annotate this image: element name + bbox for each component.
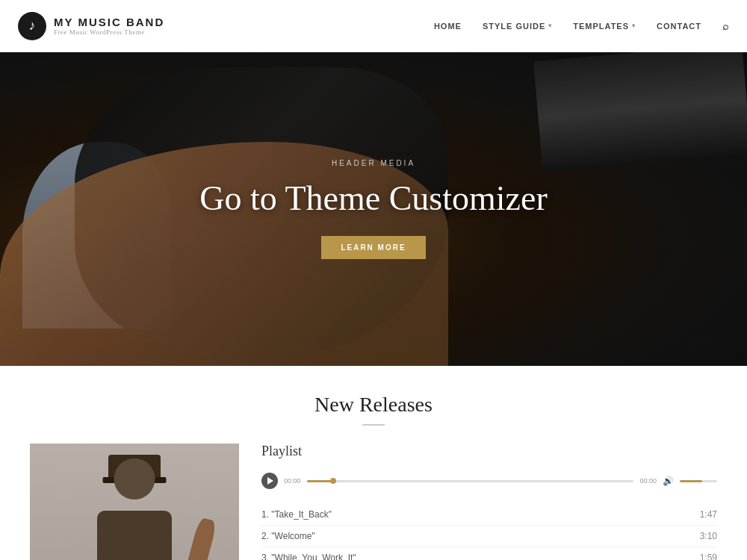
nav-contact[interactable]: CONTACT	[657, 22, 701, 31]
volume-icon[interactable]: 🔊	[663, 476, 674, 487]
hero-content: HEADER MEDIA Go to Theme Customizer LEAR…	[0, 52, 747, 366]
track-item[interactable]: 3. "While_You_Work_It" 1:59	[261, 547, 717, 560]
search-icon[interactable]: ⌕	[722, 20, 729, 32]
time-end: 00:00	[639, 477, 657, 485]
album-art	[30, 444, 239, 560]
chevron-down-icon: ▾	[632, 22, 636, 29]
track-item[interactable]: 2. "Welcome" 3:10	[261, 526, 717, 547]
person-head-decoration	[114, 458, 155, 500]
nav-templates[interactable]: TEMPLATES ▾	[573, 22, 636, 31]
progress-dot	[330, 478, 336, 484]
music-note-icon: ♪	[18, 12, 46, 40]
releases-layout: Playlist 00:00 00:00 🔊	[30, 444, 717, 560]
section-title: New Releases	[30, 393, 717, 417]
track-duration: 3:10	[700, 531, 717, 541]
player-bar[interactable]: 00:00 00:00 🔊	[261, 468, 717, 494]
track-name: 3. "While_You_Work_It"	[261, 553, 356, 560]
track-duration: 1:47	[700, 509, 717, 520]
person-body-decoration	[97, 511, 172, 560]
playlist-area: Playlist 00:00 00:00 🔊	[261, 444, 717, 560]
track-name: 1. "Take_It_Back"	[261, 509, 332, 520]
main-nav: HOME STYLE GUIDE ▾ TEMPLATES ▾ CONTACT ⌕	[434, 20, 729, 32]
chevron-down-icon: ▾	[548, 22, 552, 29]
progress-fill	[307, 480, 333, 482]
track-list: 1. "Take_It_Back" 1:47 2. "Welcome" 3:10…	[261, 504, 717, 560]
nav-style-guide[interactable]: STYLE GUIDE ▾	[483, 22, 552, 31]
track-name: 2. "Welcome"	[261, 531, 315, 541]
hero-title: Go to Theme Customizer	[199, 179, 547, 219]
site-header: ♪ MY MUSIC BAND Free Music WordPress The…	[0, 0, 747, 52]
track-item[interactable]: 1. "Take_It_Back" 1:47	[261, 504, 717, 526]
section-divider	[362, 424, 385, 426]
learn-more-button[interactable]: LEARN MORE	[321, 236, 425, 259]
nav-home[interactable]: HOME	[434, 22, 462, 31]
logo-text: MY MUSIC BAND Free Music WordPress Theme	[54, 16, 164, 36]
play-button[interactable]	[261, 473, 278, 489]
time-start: 00:00	[284, 477, 301, 485]
play-triangle-icon	[267, 477, 273, 485]
playlist-title: Playlist	[261, 444, 717, 459]
volume-fill	[680, 480, 702, 482]
site-title: MY MUSIC BAND	[54, 16, 164, 28]
volume-bar[interactable]	[680, 480, 717, 482]
new-releases-section: New Releases Playlist 00:00	[0, 366, 747, 560]
track-duration: 1:59	[700, 553, 717, 560]
hero-label: HEADER MEDIA	[332, 159, 415, 167]
hero-section: HEADER MEDIA Go to Theme Customizer LEAR…	[0, 52, 747, 366]
logo-area[interactable]: ♪ MY MUSIC BAND Free Music WordPress The…	[18, 12, 164, 40]
site-subtitle: Free Music WordPress Theme	[54, 28, 164, 36]
progress-track[interactable]	[307, 480, 634, 482]
